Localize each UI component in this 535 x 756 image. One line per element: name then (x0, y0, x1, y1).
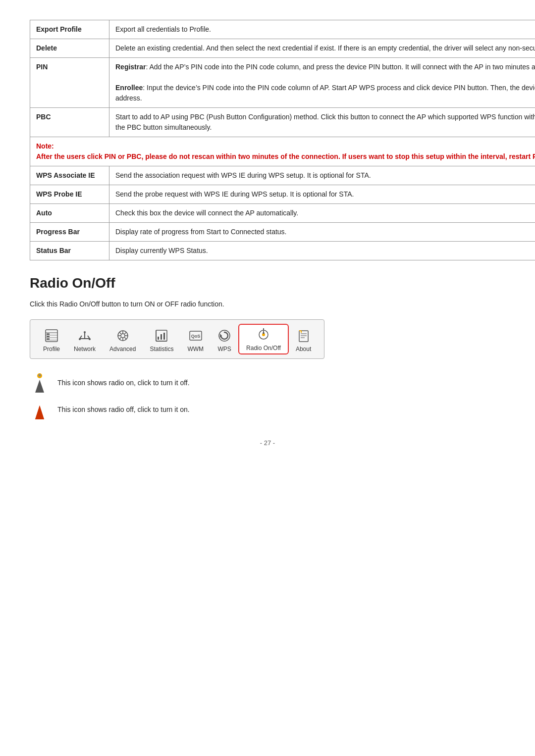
svg-point-12 (84, 331, 86, 333)
table-row: Export Profile Export all credentials to… (30, 20, 535, 39)
row-content: Start to add to AP using PBC (Push Butto… (109, 108, 535, 137)
svg-rect-26 (158, 337, 159, 340)
statistics-label: Statistics (150, 346, 173, 353)
svg-line-23 (124, 332, 126, 334)
about-label: About (296, 346, 311, 353)
row-content: Check this box the device will connect t… (109, 204, 535, 223)
note-label: Note: (36, 142, 54, 150)
svg-point-13 (79, 338, 81, 340)
profile-icon (45, 328, 58, 344)
note-cell: Note: After the users click PIN or PBC, … (30, 137, 535, 166)
svg-marker-47 (35, 380, 44, 393)
toolbar: Profile Network (30, 319, 324, 359)
row-label: Delete (30, 39, 109, 58)
table-row: Auto Check this box the device will conn… (30, 204, 535, 223)
svg-text:QoS: QoS (191, 334, 200, 339)
toolbar-item-statistics[interactable]: Statistics (143, 326, 180, 354)
svg-line-24 (119, 337, 121, 339)
svg-point-16 (121, 334, 125, 338)
row-label: Status Bar (30, 242, 109, 260)
row-content: Export all credentials to Profile. (109, 20, 535, 39)
table-row: PBC Start to add to AP using PBC (Push B… (30, 108, 535, 137)
wmm-icon: QoS (189, 328, 203, 344)
section-intro: Click this Radio On/Off button to turn O… (30, 299, 505, 309)
row-content: Display currently WPS Status. (109, 242, 535, 260)
table-row: PIN Registrar: Add the AP’s PIN code int… (30, 58, 535, 108)
note-row: Note: After the users click PIN or PBC, … (30, 137, 535, 166)
about-icon (297, 328, 311, 344)
row-label: PBC (30, 108, 109, 137)
toolbar-item-wps[interactable]: WPS (211, 326, 238, 354)
table-row: WPS Associate IE Send the association re… (30, 166, 535, 185)
table-row: Progress Bar Display rate of progress fr… (30, 223, 535, 242)
svg-line-21 (119, 332, 121, 334)
enrollee-text: : Input the device’s PIN code into the P… (115, 84, 535, 102)
page-number: - 27 - (30, 439, 505, 447)
toolbar-item-advanced[interactable]: Advanced (103, 326, 143, 354)
radio-icons-section: This icon shows radio on, click to turn … (30, 373, 505, 419)
svg-point-14 (89, 338, 91, 340)
table-row: WPS Probe IE Send the probe request with… (30, 185, 535, 204)
row-content: Send the probe request with WPS IE durin… (109, 185, 535, 204)
row-label: WPS Probe IE (30, 185, 109, 204)
statistics-icon (155, 328, 168, 344)
toolbar-item-radio[interactable]: Radio On/Off (238, 324, 289, 354)
wps-label: WPS (217, 346, 231, 353)
row-label: PIN (30, 58, 109, 108)
radio-on-text: This icon shows radio on, click to turn … (57, 378, 190, 388)
toolbar-item-wmm[interactable]: QoS WWM (180, 326, 211, 354)
svg-marker-49 (35, 405, 44, 419)
svg-line-22 (124, 337, 126, 339)
toolbar-item-network[interactable]: Network (67, 326, 103, 354)
row-label: Export Profile (30, 20, 109, 39)
radio-off-row: This icon shows radio off, click to turn… (30, 400, 505, 419)
row-label: WPS Associate IE (30, 166, 109, 185)
radio-off-text: This icon shows radio off, click to turn… (57, 404, 190, 415)
note-text: After the users click PIN or PBC, please… (36, 152, 535, 160)
radio-on-off-icon (257, 327, 270, 343)
enrollee-bold: Enrollee (115, 84, 143, 92)
table-row: Delete Delete an existing credential. An… (30, 39, 535, 58)
radio-label: Radio On/Off (246, 345, 281, 352)
toolbar-item-profile[interactable]: Profile (36, 326, 67, 354)
profile-label: Profile (43, 346, 60, 353)
radio-on-icon-img (30, 373, 50, 393)
row-content: Delete an existing credential. And then … (109, 39, 535, 58)
svg-rect-27 (160, 334, 162, 340)
network-icon (78, 328, 92, 344)
registrar-text: : Add the AP’s PIN code into the PIN cod… (146, 63, 535, 71)
svg-rect-6 (47, 336, 50, 338)
wmm-label: WWM (187, 346, 204, 353)
toolbar-item-about[interactable]: About (289, 326, 318, 354)
radio-on-row: This icon shows radio on, click to turn … (30, 373, 505, 393)
svg-rect-39 (299, 331, 308, 342)
network-label: Network (74, 346, 96, 353)
row-label: Auto (30, 204, 109, 223)
advanced-label: Advanced (109, 346, 136, 353)
advanced-icon (116, 328, 130, 344)
registrar-bold: Registrar (115, 63, 146, 71)
svg-point-46 (39, 374, 41, 377)
wps-icon (217, 328, 231, 344)
svg-rect-7 (47, 339, 50, 340)
svg-rect-28 (163, 333, 165, 340)
row-label: Progress Bar (30, 223, 109, 242)
row-content: Registrar: Add the AP’s PIN code into th… (109, 58, 535, 108)
svg-rect-5 (47, 334, 50, 335)
section-title: Radio On/Off (30, 275, 505, 291)
row-content: Display rate of progress from Start to C… (109, 223, 535, 242)
radio-off-icon-img (30, 400, 50, 419)
table-row: Status Bar Display currently WPS Status. (30, 242, 535, 260)
row-content: Send the association request with WPS IE… (109, 166, 535, 185)
svg-rect-0 (46, 330, 57, 342)
main-table: Export Profile Export all credentials to… (30, 20, 535, 260)
